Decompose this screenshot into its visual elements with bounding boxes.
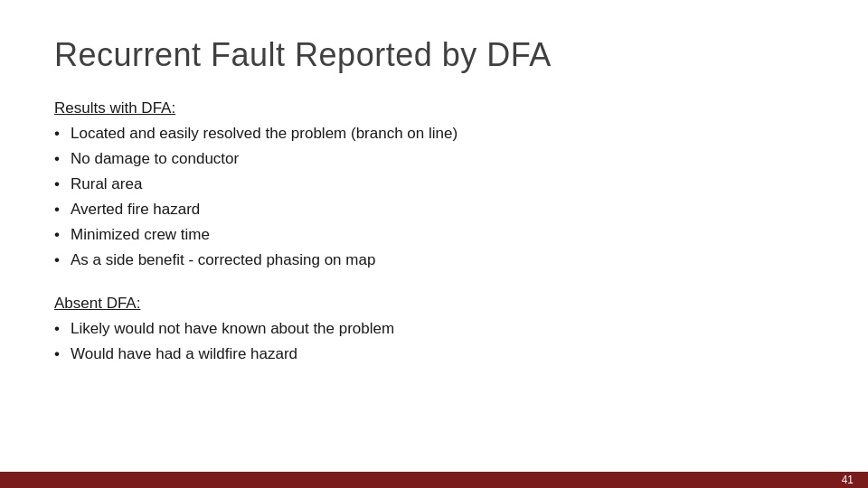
results-section: Results with DFA: Located and easily res…: [54, 99, 814, 273]
slide-title: Recurrent Fault Reported by DFA: [54, 36, 814, 74]
bottom-bar: 41: [0, 472, 868, 488]
results-bullet-list: Located and easily resolved the problem …: [54, 121, 814, 273]
list-item: Rural area: [54, 172, 814, 197]
results-section-label: Results with DFA:: [54, 99, 814, 117]
slide-container: Recurrent Fault Reported by DFA Results …: [0, 0, 868, 488]
list-item: Minimized crew time: [54, 222, 814, 248]
content-area: Results with DFA: Located and easily res…: [54, 99, 814, 443]
absent-section: Absent DFA: Likely would not have known …: [54, 295, 814, 367]
list-item: As a side benefit - corrected phasing on…: [54, 248, 814, 273]
list-item: Likely would not have known about the pr…: [54, 316, 814, 342]
list-item: Located and easily resolved the problem …: [54, 121, 814, 146]
list-item: Averted fire hazard: [54, 197, 814, 222]
list-item: Would have had a wildfire hazard: [54, 342, 814, 367]
list-item: No damage to conductor: [54, 146, 814, 172]
absent-bullet-list: Likely would not have known about the pr…: [54, 316, 814, 367]
slide-number: 41: [842, 474, 854, 486]
absent-section-label: Absent DFA:: [54, 295, 814, 313]
